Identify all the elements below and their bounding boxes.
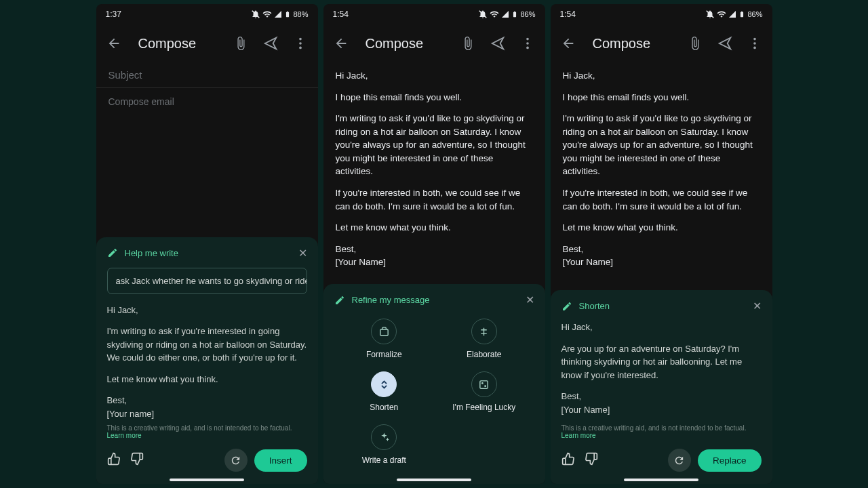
- send-button[interactable]: [262, 35, 279, 52]
- email-body[interactable]: Hi Jack, I hope this email finds you wel…: [551, 62, 772, 290]
- app-bar: Compose: [323, 24, 545, 62]
- draft-line: I'm writing to ask if you're interested …: [107, 325, 307, 365]
- shortened-output: Hi Jack, Are you up for an adventure on …: [561, 321, 762, 416]
- learn-more-link[interactable]: Learn more: [561, 432, 596, 439]
- email-line: Let me know what you think.: [563, 221, 760, 235]
- wifi-icon: [262, 9, 272, 19]
- close-button[interactable]: ✕: [526, 293, 534, 306]
- clock: 1:54: [333, 9, 349, 19]
- thumbs-up-button[interactable]: [107, 452, 121, 468]
- prompt-input[interactable]: ask Jack whether he wants to go skydivin…: [107, 268, 307, 294]
- more-button[interactable]: [747, 35, 763, 52]
- draft-line: Hi Jack,: [561, 321, 762, 334]
- signal-icon: [501, 10, 509, 18]
- replace-button[interactable]: Replace: [698, 449, 762, 472]
- dnd-icon: [478, 9, 488, 19]
- write-draft-option[interactable]: Write a draft: [350, 424, 418, 465]
- email-body[interactable]: Hi Jack, I hope this email finds you wel…: [323, 62, 545, 284]
- nav-handle[interactable]: [397, 479, 471, 481]
- more-button[interactable]: [519, 35, 536, 52]
- battery-icon: [511, 9, 518, 19]
- draft-line: Are you up for an adventure on Saturday?…: [561, 342, 762, 382]
- email-line: Hi Jack,: [563, 69, 760, 83]
- email-line: [Your Name]: [563, 257, 614, 267]
- battery-icon: [738, 9, 745, 19]
- help-me-write-panel: Help me write ✕ ask Jack whether he want…: [96, 237, 318, 485]
- email-line: Best,: [336, 244, 357, 254]
- draft-line: Best,: [107, 395, 127, 405]
- refine-label: Write a draft: [362, 455, 406, 465]
- pen-icon: [107, 247, 118, 258]
- svg-point-11: [753, 42, 756, 45]
- status-icons: 86%: [478, 9, 535, 19]
- send-button[interactable]: [490, 35, 506, 52]
- close-button[interactable]: ✕: [753, 300, 762, 312]
- nav-handle[interactable]: [170, 479, 244, 481]
- disclaimer: This is a creative writing aid, and is n…: [107, 424, 307, 439]
- refine-label: I'm Feeling Lucky: [452, 403, 515, 412]
- nav-handle[interactable]: [624, 479, 698, 481]
- back-button[interactable]: [560, 35, 576, 52]
- feeling-lucky-option[interactable]: I'm Feeling Lucky: [450, 371, 518, 412]
- email-line: Let me know what you think.: [336, 221, 533, 235]
- attach-button[interactable]: [233, 35, 249, 52]
- clock: 1:37: [106, 9, 121, 19]
- refine-label: Formalize: [366, 350, 402, 359]
- compose-body[interactable]: Compose email: [96, 88, 318, 237]
- panel-heading: Help me write: [125, 248, 178, 258]
- battery-icon: [284, 9, 291, 19]
- attach-button[interactable]: [460, 35, 476, 52]
- svg-point-4: [526, 42, 529, 45]
- app-bar: Compose: [551, 24, 772, 62]
- formalize-option[interactable]: Formalize: [350, 319, 418, 359]
- attach-button[interactable]: [687, 35, 703, 52]
- panel-heading: Refine my message: [352, 295, 430, 305]
- elaborate-option[interactable]: Elaborate: [450, 319, 518, 359]
- refine-label: Elaborate: [467, 350, 501, 359]
- screen-3: 1:54 86% Compose Hi Jack, I hope this em…: [551, 4, 772, 484]
- disclaimer: This is a creative writing aid, and is n…: [561, 424, 762, 439]
- signal-icon: [728, 10, 736, 18]
- svg-point-1: [299, 42, 302, 45]
- refine-panel: Refine my message ✕ Formalize Elaborate …: [323, 284, 545, 484]
- subject-field[interactable]: Subject: [96, 62, 318, 88]
- back-button[interactable]: [106, 35, 122, 52]
- svg-rect-7: [480, 380, 488, 388]
- status-icons: 88%: [251, 9, 308, 19]
- status-bar: 1:37 88%: [96, 4, 318, 24]
- draft-line: Best,: [561, 391, 582, 401]
- learn-more-link[interactable]: Learn more: [107, 432, 142, 439]
- svg-point-8: [482, 382, 483, 383]
- screen-1: 1:37 88% Compose Subject Compose email H…: [96, 4, 318, 484]
- svg-point-9: [485, 385, 486, 386]
- draft-line: Let me know what you think.: [107, 373, 307, 386]
- more-button[interactable]: [292, 35, 309, 52]
- wifi-icon: [717, 9, 726, 19]
- email-line: If you're interested in both, we could s…: [563, 186, 760, 213]
- svg-rect-6: [380, 329, 388, 335]
- thumbs-down-button[interactable]: [585, 452, 598, 468]
- shorten-option[interactable]: Shorten: [350, 371, 418, 412]
- thumbs-down-button[interactable]: [130, 452, 144, 468]
- draft-line: Hi Jack,: [107, 304, 307, 317]
- insert-button[interactable]: Insert: [254, 449, 307, 472]
- thumbs-up-button[interactable]: [561, 452, 575, 468]
- shorten-panel: Shorten ✕ Hi Jack, Are you up for an adv…: [551, 290, 772, 484]
- svg-point-5: [526, 47, 529, 49]
- send-button[interactable]: [717, 35, 733, 52]
- regenerate-button[interactable]: [668, 449, 691, 472]
- email-line: I'm writing to ask if you'd like to go s…: [336, 112, 533, 178]
- screen-2: 1:54 86% Compose Hi Jack, I hope this em…: [323, 4, 545, 484]
- close-button[interactable]: ✕: [298, 247, 307, 260]
- regenerate-button[interactable]: [224, 449, 248, 472]
- back-button[interactable]: [333, 35, 349, 52]
- status-bar: 1:54 86%: [323, 4, 545, 24]
- refine-label: Shorten: [370, 403, 398, 412]
- pen-icon: [561, 301, 572, 312]
- battery-pct: 88%: [293, 10, 308, 18]
- app-title: Compose: [366, 36, 443, 52]
- email-line: Hi Jack,: [336, 69, 533, 83]
- svg-point-12: [753, 47, 756, 49]
- svg-point-2: [299, 47, 302, 49]
- email-line: I'm writing to ask if you'd like to go s…: [563, 112, 760, 178]
